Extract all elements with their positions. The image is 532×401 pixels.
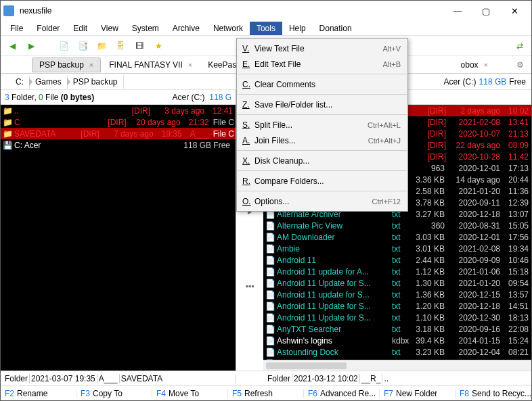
menu-file[interactable]: File (3, 22, 30, 35)
file-row[interactable]: 📄AM Downloadertxt3.03 KB2020-12-0117:56 (263, 231, 531, 243)
menu-item-edit-text-file[interactable]: E.Edit Text FileAlt+B (237, 56, 407, 72)
disk-free-label: Free (509, 77, 526, 87)
file-row[interactable]: 📄Android 11 Update for S...txt1.20 KB202… (263, 300, 531, 312)
left-file-list[interactable]: 📁..[DIR]3 days ago12:41📁C[DIR]20 days ag… (1, 105, 236, 371)
file-row[interactable]: 📄Android 11txt2.44 KB2020-09-0910:46 (263, 254, 531, 266)
row-icon: 📄 (265, 256, 275, 265)
file-row[interactable]: 📄Android 11 update for A...txt1.12 KB202… (263, 266, 531, 277)
title-bar: nexusfile — ▢ ✕ (1, 1, 531, 21)
function-key-bar: F2RenameF3Copy ToF4Move ToF5RefreshF6Adv… (1, 385, 531, 400)
menu-item-options-[interactable]: O.Options...Ctrl+F12 (237, 193, 407, 209)
left-folder-count: 3 (5, 93, 9, 102)
tools-menu-dropdown: V.View Text FileAlt+VE.Edit Text FileAlt… (236, 38, 408, 212)
row-icon: 📁 (2, 118, 13, 127)
row-icon: 📁 (2, 129, 13, 139)
back-button[interactable]: ◀ (5, 39, 20, 53)
tab-left-0[interactable]: PSP backup× (32, 57, 101, 72)
right-status-name: .. (384, 374, 389, 383)
star-icon[interactable]: ★ (151, 39, 166, 53)
row-icon: 📄 (265, 221, 275, 231)
tab-close-icon[interactable]: × (89, 61, 93, 69)
menu-help[interactable]: Help (282, 22, 313, 35)
folder-icon[interactable]: 📁 (94, 39, 109, 53)
row-icon: 📁 (2, 106, 13, 116)
breadcrumb-2[interactable]: PSP backup (68, 75, 124, 89)
app-icon (3, 5, 14, 16)
menu-item-view-text-file[interactable]: V.View Text FileAlt+V (237, 41, 407, 56)
row-icon: 📄 (265, 313, 275, 323)
row-icon: 💾 (2, 141, 13, 150)
left-file-count: 0 (39, 93, 43, 102)
fkey-f8[interactable]: F8Send to Recyc... (456, 389, 531, 398)
right-horizontal-scrollbar[interactable] (263, 360, 531, 371)
left-bytes: (0 bytes) (61, 93, 94, 102)
breadcrumb-1[interactable]: Games (30, 75, 68, 89)
menu-item-join-files-[interactable]: A.Join Files...Ctrl+Alt+J (237, 133, 407, 148)
left-status-type: Folder (5, 374, 28, 383)
row-icon: 📄 (265, 302, 275, 311)
right-status-date: 2021-03-12 10:02 (294, 374, 358, 383)
row-icon: 📄 (265, 336, 275, 346)
left-folder-label: Folder, (12, 93, 37, 102)
menu-network[interactable]: Network (206, 22, 250, 35)
fkey-f6[interactable]: F6Advanced Re... (304, 389, 380, 398)
fkey-f3[interactable]: F3Copy To (76, 389, 152, 398)
menu-system[interactable]: System (125, 22, 166, 35)
file-row[interactable]: 📁..[DIR]3 days ago12:41 (1, 105, 236, 116)
new-file-icon[interactable]: 📄 (56, 39, 71, 53)
close-button[interactable]: ✕ (500, 1, 529, 20)
left-status-date: 2021-03-07 19:35 (31, 374, 95, 383)
menu-item-disk-cleanup-[interactable]: X.Disk Cleanup... (237, 153, 407, 168)
tab-left-1[interactable]: FINAL FANTASY VII× (102, 57, 200, 72)
file-row[interactable]: 📄Alternate Pic Viewtxt3602020-08-3115:05 (263, 220, 531, 231)
file-row[interactable]: 📄Android 11 Update for S...txt1.10 KB202… (263, 312, 531, 323)
copy-icon[interactable]: 📑 (75, 39, 90, 53)
file-row[interactable]: 📄AnyTXT Searchertxt3.18 KB2020-09-1622:0… (263, 323, 531, 335)
file-row[interactable]: 📁SAVEDATA[DIR]7 days ago19:35A___File C (1, 128, 236, 139)
right-status-attr: __R_ (361, 374, 381, 383)
forward-button[interactable]: ▶ (24, 39, 39, 53)
bars-icon[interactable]: ▪▪▪ (246, 281, 254, 291)
menu-item-save-file-folder-list-[interactable]: Z.Save File/Folder list... (237, 97, 407, 112)
app-title: nexusfile (20, 6, 443, 16)
fkey-f7[interactable]: F7New Folder (380, 389, 456, 398)
row-icon: 📄 (265, 233, 275, 242)
menu-item-compare-folders-[interactable]: R.Compare Folders... (237, 173, 407, 189)
menu-edit[interactable]: Edit (66, 22, 94, 35)
left-status-attr: A___ (99, 374, 118, 383)
row-icon: 📄 (265, 348, 275, 357)
tab-close-icon[interactable]: × (188, 61, 192, 69)
file-row[interactable]: 📄Ashwin's loginskdbx39.4 KB2014-01-1515:… (263, 335, 531, 346)
fkey-f2[interactable]: F2Rename (1, 389, 76, 398)
file-row[interactable]: 📄Astounding Docktxt3.23 KB2020-12-0408:2… (263, 346, 531, 358)
file-row[interactable]: 📄Ambietxt3.01 KB2021-02-0819:34 (263, 243, 531, 254)
menu-archive[interactable]: Archive (166, 22, 206, 35)
disk-name-right: Acer (C:) (444, 77, 476, 87)
archive-icon[interactable]: 🗄 (113, 39, 128, 53)
film-icon[interactable]: 🎞 (132, 39, 147, 53)
row-icon: 📄 (265, 290, 275, 300)
left-pane-header: 3 Folder, 0 File (0 bytes) Acer (C:) 118… (1, 90, 236, 105)
menu-tools[interactable]: Tools (250, 22, 282, 35)
tab-right-0[interactable]: obox× (453, 57, 495, 72)
fkey-f4[interactable]: F4Move To (152, 389, 228, 398)
row-icon: 📄 (265, 267, 275, 277)
fkey-f5[interactable]: F5Refresh (228, 389, 304, 398)
menu-donation[interactable]: Donation (313, 22, 359, 35)
file-row[interactable]: 💾C: Acer118 GB Free (1, 139, 236, 151)
menu-item-clear-comments[interactable]: C.Clear Comments (237, 76, 407, 92)
row-icon: 📄 (265, 325, 275, 334)
minimize-button[interactable]: — (443, 1, 472, 20)
tab-settings-icon[interactable]: ⚙ (512, 57, 527, 72)
menu-view[interactable]: View (94, 22, 125, 35)
file-row[interactable]: 📄Android 11 update for S...txt1.36 KB202… (263, 289, 531, 300)
menu-folder[interactable]: Folder (30, 22, 66, 35)
menu-item-split-file-[interactable]: S.Split File...Ctrl+Alt+L (237, 117, 407, 133)
file-row[interactable]: 📄Android 11 Update for S...txt1.30 KB202… (263, 277, 531, 289)
status-row: Folder 2021-03-07 19:35 A___ SAVEDATA Fo… (1, 371, 531, 385)
file-row[interactable]: 📁C[DIR]20 days ago21:32File C (1, 116, 236, 128)
breadcrumb-0[interactable]: C: (10, 75, 30, 89)
swap-panes-icon[interactable]: ⇄ (512, 39, 527, 53)
left-file-label: File (45, 93, 58, 102)
maximize-button[interactable]: ▢ (472, 1, 500, 20)
